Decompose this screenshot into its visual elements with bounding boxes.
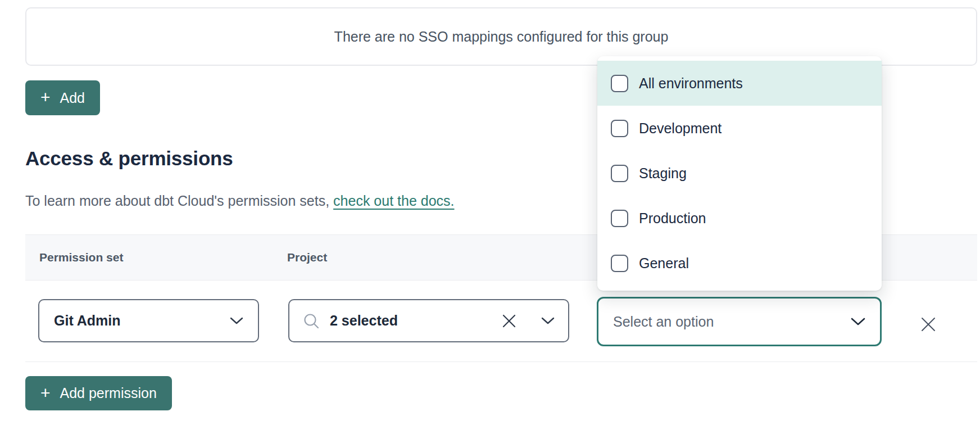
add-permission-label: Add permission (60, 385, 157, 401)
dropdown-option-production[interactable]: Production (597, 196, 882, 241)
option-label: Staging (639, 165, 687, 182)
checkbox-production[interactable] (611, 210, 628, 227)
docs-link[interactable]: check out the docs. (333, 193, 454, 209)
clear-selection-icon[interactable] (502, 314, 516, 328)
option-label: All environments (639, 75, 743, 92)
chevron-down-icon (541, 317, 555, 325)
permission-set-select[interactable]: Git Admin (38, 299, 259, 342)
environment-placeholder: Select an option (613, 314, 851, 330)
dropdown-option-staging[interactable]: Staging (597, 151, 882, 196)
checkbox-development[interactable] (611, 120, 628, 137)
dropdown-option-general[interactable]: General (597, 241, 882, 286)
permission-set-value: Git Admin (54, 313, 230, 329)
option-label: Development (639, 120, 722, 137)
option-label: General (639, 255, 689, 272)
plus-icon: + (40, 89, 51, 106)
plus-icon: + (40, 385, 51, 401)
checkbox-general[interactable] (611, 255, 628, 272)
column-header-permission-set: Permission set (39, 235, 123, 280)
add-button-label: Add (60, 90, 85, 106)
chevron-down-icon (851, 318, 865, 326)
section-description: To learn more about dbt Cloud's permissi… (25, 193, 455, 209)
row-divider (25, 361, 977, 362)
add-sso-mapping-button[interactable]: + Add (25, 80, 100, 115)
project-multiselect[interactable]: 2 selected (288, 299, 569, 342)
checkbox-staging[interactable] (611, 165, 628, 182)
remove-row-icon[interactable] (920, 316, 937, 333)
project-selected-count: 2 selected (330, 313, 492, 329)
sso-empty-message: There are no SSO mappings configured for… (334, 29, 669, 45)
section-title: Access & permissions (25, 147, 233, 170)
dropdown-option-all-environments[interactable]: All environments (597, 61, 882, 106)
column-header-project: Project (287, 235, 327, 280)
search-icon (303, 313, 320, 329)
dropdown-option-development[interactable]: Development (597, 106, 882, 151)
checkbox-all-environments[interactable] (611, 75, 628, 92)
description-text: To learn more about dbt Cloud's permissi… (25, 193, 333, 209)
chevron-down-icon (230, 317, 243, 325)
add-permission-button[interactable]: + Add permission (25, 376, 172, 410)
environment-dropdown-panel: All environments Development Staging Pro… (597, 56, 882, 291)
option-label: Production (639, 210, 706, 227)
environment-select-focused[interactable]: Select an option (597, 297, 882, 346)
